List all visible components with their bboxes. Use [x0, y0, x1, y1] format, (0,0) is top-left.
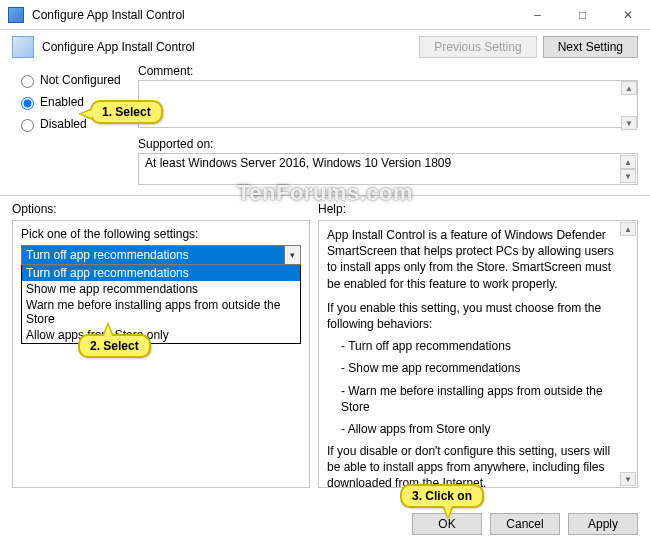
- help-text: App Install Control is a feature of Wind…: [327, 227, 629, 488]
- radio-enabled-label: Enabled: [40, 95, 84, 109]
- window-title: Configure App Install Control: [32, 8, 515, 22]
- comment-textarea[interactable]: [138, 80, 638, 128]
- help-bullet: Turn off app recommendations: [341, 338, 615, 354]
- scroll-down-icon[interactable]: ▼: [620, 169, 636, 183]
- scroll-up-icon[interactable]: ▲: [621, 81, 637, 95]
- help-label: Help:: [318, 202, 638, 216]
- annotation-text: 1. Select: [102, 105, 151, 119]
- scroll-up-icon[interactable]: ▲: [620, 222, 636, 236]
- dropdown-item[interactable]: Allow apps from Store only: [22, 327, 300, 343]
- annotation-callout-1: 1. Select: [90, 100, 163, 124]
- annotation-text: 3. Click on: [412, 489, 472, 503]
- policy-icon: [12, 36, 34, 58]
- radio-not-configured-input[interactable]: [21, 75, 34, 88]
- previous-setting-button: Previous Setting: [419, 36, 536, 58]
- dropdown-selected: Turn off app recommendations: [26, 248, 189, 262]
- help-bullet: Warn me before installing apps from outs…: [341, 383, 615, 415]
- help-paragraph: If you enable this setting, you must cho…: [327, 300, 615, 332]
- dropdown-item[interactable]: Turn off app recommendations: [22, 265, 300, 281]
- supported-on-box: At least Windows Server 2016, Windows 10…: [138, 153, 638, 185]
- help-paragraph: App Install Control is a feature of Wind…: [327, 227, 615, 292]
- help-bullet: Allow apps from Store only: [341, 421, 615, 437]
- header-row: Configure App Install Control Previous S…: [12, 36, 638, 58]
- chevron-down-icon: ▾: [284, 246, 300, 264]
- cancel-button[interactable]: Cancel: [490, 513, 560, 535]
- annotation-callout-2: 2. Select: [78, 334, 151, 358]
- options-panel: Pick one of the following settings: Turn…: [12, 220, 310, 488]
- scroll-up-icon[interactable]: ▲: [620, 155, 636, 169]
- annotation-text: 2. Select: [90, 339, 139, 353]
- maximize-button[interactable]: □: [560, 0, 605, 30]
- dropdown-label: Pick one of the following settings:: [21, 227, 301, 241]
- settings-dropdown[interactable]: Turn off app recommendations ▾: [21, 245, 301, 265]
- radio-disabled-input[interactable]: [21, 119, 34, 132]
- page-title: Configure App Install Control: [42, 40, 419, 54]
- help-paragraph: If you disable or don't configure this s…: [327, 443, 615, 488]
- apply-button[interactable]: Apply: [568, 513, 638, 535]
- scroll-down-icon[interactable]: ▼: [620, 472, 636, 486]
- supported-label: Supported on:: [138, 137, 638, 151]
- help-panel: App Install Control is a feature of Wind…: [318, 220, 638, 488]
- titlebar: Configure App Install Control – □ ✕: [0, 0, 650, 30]
- app-icon: [8, 7, 24, 23]
- options-label: Options:: [12, 202, 310, 216]
- minimize-button[interactable]: –: [515, 0, 560, 30]
- radio-not-configured-label: Not Configured: [40, 73, 121, 87]
- scroll-down-icon[interactable]: ▼: [621, 116, 637, 130]
- dropdown-item[interactable]: Warn me before installing apps from outs…: [22, 297, 300, 327]
- dropdown-item[interactable]: Show me app recommendations: [22, 281, 300, 297]
- next-setting-button[interactable]: Next Setting: [543, 36, 638, 58]
- comment-label: Comment:: [138, 64, 638, 78]
- annotation-callout-3: 3. Click on: [400, 484, 484, 508]
- close-button[interactable]: ✕: [605, 0, 650, 30]
- help-bullet: Show me app recommendations: [341, 360, 615, 376]
- radio-enabled-input[interactable]: [21, 97, 34, 110]
- radio-not-configured[interactable]: Not Configured: [16, 72, 138, 88]
- divider: [0, 195, 650, 196]
- supported-on-text: At least Windows Server 2016, Windows 10…: [145, 156, 451, 170]
- dropdown-list: Turn off app recommendations Show me app…: [21, 265, 301, 344]
